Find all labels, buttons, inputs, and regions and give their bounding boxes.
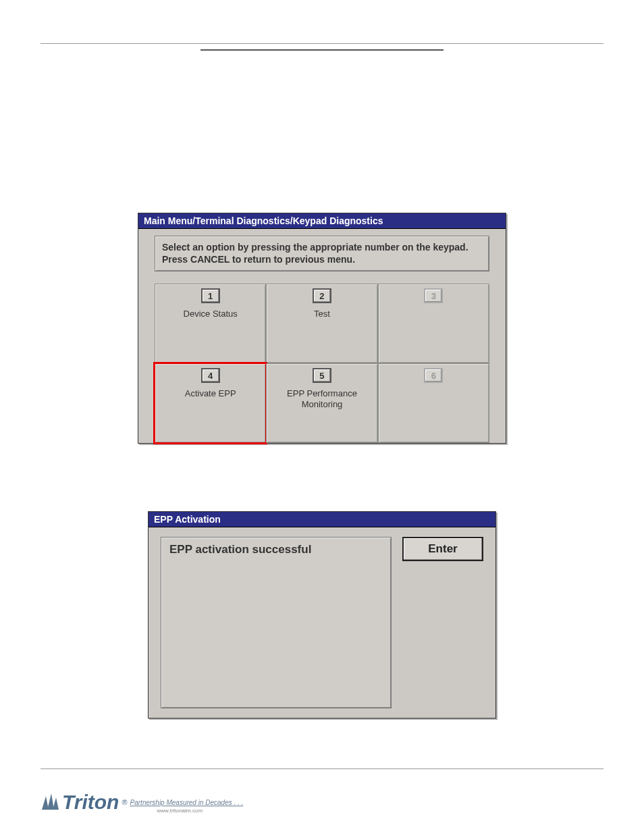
number-box-5: 5 xyxy=(313,368,331,383)
number-box-4: 4 xyxy=(201,368,220,383)
footer-url: www.tritonatm.com xyxy=(157,808,244,814)
menu-option-5[interactable]: 5 EPP Performance Monitoring xyxy=(266,363,377,443)
menu-option-1[interactable]: 1 Device Status xyxy=(155,284,266,363)
top-divider xyxy=(41,43,603,44)
instruction-text: Select an option by pressing the appropr… xyxy=(155,236,489,271)
registered-mark: ® xyxy=(122,798,127,806)
epp-activation-window: EPP Activation EPP activation successful… xyxy=(148,511,496,719)
triton-logo: Triton ® xyxy=(41,791,128,814)
number-box-6: 6 xyxy=(424,368,443,383)
menu-grid: 1 Device Status 2 Test 3 4 Activate EPP … xyxy=(155,284,489,443)
menu-option-3: 3 xyxy=(378,284,489,363)
section-title-underline xyxy=(200,49,444,51)
window-body: EPP activation successful Enter xyxy=(149,527,495,718)
keypad-diagnostics-window: Main Menu/Terminal Diagnostics/Keypad Di… xyxy=(138,213,506,444)
activation-result-text: EPP activation successful xyxy=(161,537,392,708)
tagline-text: Partnership Measured in Decades . . . xyxy=(130,799,244,806)
number-box-2: 2 xyxy=(313,288,331,303)
option-label: Activate EPP xyxy=(182,388,239,399)
triton-logo-icon xyxy=(41,792,59,812)
enter-button[interactable]: Enter xyxy=(402,537,483,561)
footer-logo-area: Triton ® Partnership Measured in Decades… xyxy=(41,791,243,814)
brand-name: Triton xyxy=(62,791,119,814)
menu-option-2[interactable]: 2 Test xyxy=(266,284,377,363)
option-label: Device Status xyxy=(181,309,240,319)
number-box-3: 3 xyxy=(424,288,443,303)
menu-option-4-activate-epp[interactable]: 4 Activate EPP xyxy=(155,363,266,443)
window-body: Select an option by pressing the appropr… xyxy=(138,229,506,443)
option-label: EPP Performance Monitoring xyxy=(267,388,377,409)
option-label: Test xyxy=(311,309,333,319)
menu-option-6: 6 xyxy=(378,363,489,443)
document-page: Main Menu/Terminal Diagnostics/Keypad Di… xyxy=(0,0,644,719)
number-box-1: 1 xyxy=(201,288,220,303)
window-title: Main Menu/Terminal Diagnostics/Keypad Di… xyxy=(138,213,506,229)
window-title: EPP Activation xyxy=(149,512,495,527)
footer-divider xyxy=(41,768,603,769)
footer-tagline-column: Partnership Measured in Decades . . . ww… xyxy=(128,799,244,814)
